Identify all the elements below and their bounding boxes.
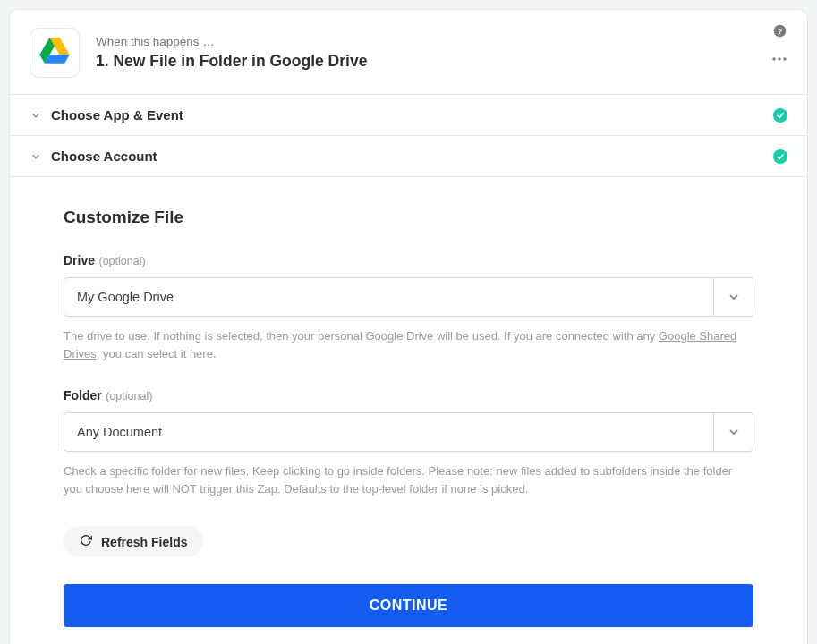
field-label-row: Folder (optional) (64, 387, 753, 403)
continue-button[interactable]: CONTINUE (64, 584, 753, 627)
google-drive-icon (39, 38, 70, 68)
chevron-down-icon (713, 278, 753, 316)
drive-help-pre: The drive to use. If nothing is selected… (64, 329, 659, 343)
drive-help-post: , you can select it here. (97, 347, 217, 360)
field-drive: Drive (optional) My Google Drive The dri… (64, 252, 753, 362)
svg-point-3 (778, 57, 780, 60)
app-icon-box (30, 28, 80, 78)
section-app-event[interactable]: Choose App & Event (10, 95, 807, 136)
chevron-down-icon (30, 109, 42, 122)
header-subtitle: When this happens … (96, 35, 787, 48)
folder-optional: (optional) (106, 390, 152, 402)
refresh-fields-button[interactable]: Refresh Fields (64, 526, 203, 557)
header-title: 1. New File in Folder in Google Drive (96, 52, 787, 71)
section-label: Choose App & Event (51, 107, 787, 123)
content-title: Customize File (64, 208, 753, 227)
field-folder: Folder (optional) Any Document Check a s… (64, 387, 753, 497)
help-icon[interactable]: ? (771, 22, 787, 38)
step-editor-card: When this happens … 1. New File in Folde… (9, 9, 808, 644)
drive-dropdown[interactable]: My Google Drive (64, 277, 753, 317)
field-label-row: Drive (optional) (64, 252, 753, 268)
folder-dropdown[interactable]: Any Document (64, 412, 753, 452)
folder-help-text: Check a specific folder for new files. K… (64, 462, 753, 497)
section-account[interactable]: Choose Account (10, 136, 807, 177)
customize-content: Customize File Drive (optional) My Googl… (10, 177, 807, 644)
step-header: When this happens … 1. New File in Folde… (10, 10, 807, 95)
header-text: When this happens … 1. New File in Folde… (96, 35, 787, 71)
more-icon[interactable] (771, 51, 787, 67)
header-actions: ? (771, 22, 787, 67)
drive-optional: (optional) (98, 255, 145, 267)
chevron-down-icon (713, 413, 753, 451)
folder-value: Any Document (64, 413, 713, 451)
section-label: Choose Account (51, 148, 787, 164)
refresh-icon (80, 534, 92, 549)
chevron-down-icon (30, 150, 42, 163)
folder-label: Folder (64, 388, 102, 402)
drive-help-text: The drive to use. If nothing is selected… (64, 327, 753, 362)
drive-label: Drive (64, 253, 95, 267)
refresh-label: Refresh Fields (101, 535, 187, 549)
drive-value: My Google Drive (64, 278, 713, 316)
svg-text:?: ? (777, 26, 782, 35)
svg-point-2 (772, 57, 775, 60)
svg-point-4 (783, 57, 786, 60)
status-check-icon (773, 149, 787, 164)
status-check-icon (773, 108, 787, 123)
